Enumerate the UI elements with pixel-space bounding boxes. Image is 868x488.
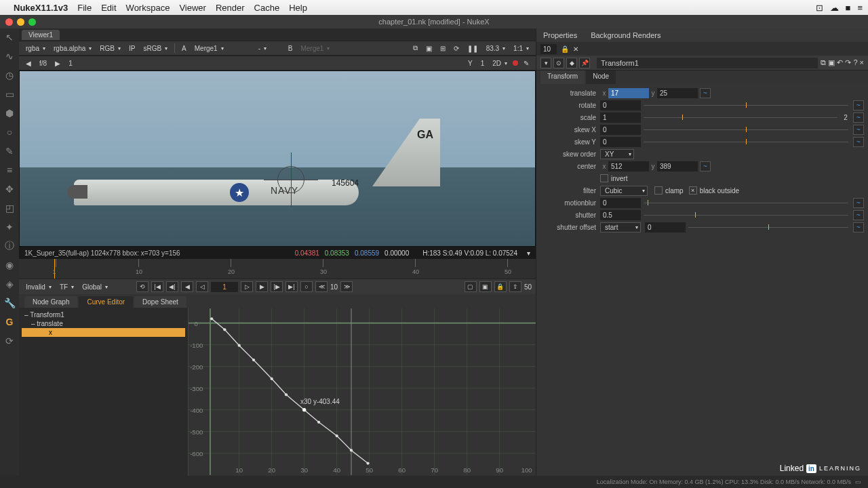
next-icon[interactable]: ▶	[52, 60, 63, 67]
close-window-button[interactable]	[5, 18, 13, 26]
skip-fwd-button[interactable]: ≫	[340, 281, 353, 292]
layers-tool-icon[interactable]: ≡	[3, 164, 16, 176]
scale-slider[interactable]	[644, 113, 837, 121]
curve-tree[interactable]: – Transform1 – translate x	[19, 308, 189, 476]
translate-y-input[interactable]	[657, 88, 698, 98]
translate-anim-icon[interactable]: ~	[700, 88, 711, 98]
motionblur-slider[interactable]	[644, 199, 848, 207]
refresh-icon[interactable]: ⟳	[451, 45, 462, 52]
motionblur-input[interactable]	[600, 198, 641, 208]
tab-dope-sheet[interactable]: Dope Sheet	[134, 296, 186, 308]
shape-tool-icon[interactable]: ⬢	[3, 107, 16, 119]
lock-icon[interactable]: 🔒	[561, 45, 569, 53]
skewx-slider[interactable]	[644, 125, 848, 134]
playback-mode[interactable]: Invalid	[23, 283, 54, 291]
select-tool-icon[interactable]: ↖	[3, 31, 16, 43]
rec-button[interactable]: ○	[300, 281, 313, 292]
skewy-anim-icon[interactable]: ~	[853, 137, 864, 147]
skew-order-dropdown[interactable]: XY	[600, 149, 634, 159]
menu-help[interactable]: Help	[289, 3, 307, 13]
menu-workspace[interactable]: Workspace	[126, 3, 170, 13]
rotate-slider[interactable]	[644, 101, 848, 109]
translate-x-input[interactable]	[608, 88, 649, 98]
undo-node-icon[interactable]: ↶	[837, 58, 843, 67]
scale-input[interactable]	[600, 113, 641, 123]
blend-dropdown[interactable]: -	[256, 45, 283, 52]
tab-bg-renders[interactable]: Background Renders	[591, 31, 660, 39]
shutter-offset-dropdown[interactable]: start	[600, 222, 641, 232]
clear-icon[interactable]: ✕	[573, 45, 578, 53]
pause-icon[interactable]: ❚❚	[465, 45, 481, 52]
step-fwd-button[interactable]: ▶	[256, 281, 268, 292]
roi-icon[interactable]: ⊞	[437, 45, 448, 52]
channel-dropdown[interactable]: rgba	[23, 45, 48, 52]
b-input-dropdown[interactable]: Merge1	[298, 45, 338, 52]
menu-edit[interactable]: Edit	[101, 3, 116, 13]
filter-dropdown[interactable]: Cubic	[600, 186, 648, 196]
tab-node-graph[interactable]: Node Graph	[24, 296, 77, 308]
fstop-label[interactable]: f/8	[37, 60, 50, 67]
sync-icon[interactable]: ⟲	[136, 281, 149, 292]
circle-tool-icon[interactable]: ○	[3, 126, 16, 138]
prev-key-button[interactable]: ◀|	[166, 281, 178, 292]
lut-dropdown[interactable]: sRGB	[140, 45, 170, 52]
rotate-input[interactable]	[600, 100, 641, 110]
move-tool-icon[interactable]: ✥	[3, 183, 16, 195]
prev-icon[interactable]: ◀	[23, 60, 34, 67]
colorspace-dropdown[interactable]: RGB	[97, 45, 123, 52]
shutter-offset-input[interactable]	[645, 222, 686, 232]
skewx-input[interactable]	[600, 125, 641, 135]
black-outside-checkbox[interactable]: ×	[689, 186, 697, 195]
folder-icon[interactable]: ■	[846, 3, 851, 13]
indicator-icon[interactable]: ⊡	[816, 3, 823, 13]
scale-anim-icon[interactable]: ~	[853, 113, 864, 123]
menu-cache[interactable]: Cache	[254, 3, 280, 13]
curve-tool-icon[interactable]: ∿	[3, 50, 16, 62]
center-icon[interactable]: ⊙	[553, 58, 564, 68]
tag-tool-icon[interactable]: ◈	[3, 278, 16, 290]
motionblur-anim-icon[interactable]: ~	[853, 198, 864, 208]
tree-node[interactable]: – Transform1	[22, 310, 185, 319]
skewy-input[interactable]	[600, 137, 641, 147]
expand-icon[interactable]: ▾	[540, 58, 551, 68]
pin-node-icon[interactable]: 📌	[579, 58, 590, 68]
gain-value[interactable]: 1	[66, 60, 75, 67]
rotate-anim-icon[interactable]: ~	[853, 100, 864, 110]
invert-checkbox[interactable]	[600, 174, 608, 182]
maximize-icon[interactable]: ▣	[828, 58, 835, 67]
center-anim-icon[interactable]: ~	[700, 161, 711, 171]
timeline-ruler[interactable]: 11020304050	[19, 259, 536, 279]
scale-splitter[interactable]: 2	[840, 114, 851, 121]
last-frame-button[interactable]: ▶|	[285, 281, 298, 292]
cloud-icon[interactable]: ☁	[830, 3, 839, 13]
tab-curve-editor[interactable]: Curve Editor	[79, 296, 133, 308]
tree-axis[interactable]: x	[22, 328, 185, 337]
app-name[interactable]: NukeX11.1v3	[14, 3, 68, 13]
pin-icon[interactable]: ✎	[521, 60, 532, 67]
refresh-tool-icon[interactable]: ⟳	[3, 335, 16, 347]
scope-dropdown[interactable]: Global	[79, 283, 111, 291]
dimension-dropdown[interactable]: 2D	[490, 60, 510, 67]
menu-icon[interactable]: ≡	[857, 3, 863, 13]
a-button[interactable]: A	[179, 45, 189, 52]
eye-tool-icon[interactable]: ◉	[3, 259, 16, 271]
record-icon[interactable]	[513, 60, 518, 66]
info-tool-icon[interactable]: ⓘ	[3, 240, 16, 252]
subtab-transform[interactable]: Transform	[540, 70, 585, 84]
menu-viewer[interactable]: Viewer	[179, 3, 206, 13]
subtab-node[interactable]: Node	[586, 70, 616, 84]
step-back-button[interactable]: ◀	[181, 281, 193, 292]
center-y-input[interactable]	[657, 161, 698, 171]
help-node-icon[interactable]: ?	[853, 58, 857, 67]
g-tool-icon[interactable]: G	[3, 316, 16, 328]
node-icon[interactable]: ◆	[566, 58, 577, 68]
viewer-image[interactable]: GA NAVY 145604 ★	[19, 70, 536, 247]
pen-tool-icon[interactable]: ✎	[3, 145, 16, 157]
shutter-offset-slider[interactable]	[688, 223, 848, 231]
skip-back-button[interactable]: ≪	[315, 281, 328, 292]
shutter-input[interactable]	[600, 210, 641, 220]
zoom-ratio[interactable]: 1:1	[511, 45, 532, 52]
alpha-dropdown[interactable]: rgba.alpha	[51, 45, 94, 52]
center-x-input[interactable]	[608, 161, 649, 171]
y-value[interactable]: 1	[478, 60, 488, 67]
